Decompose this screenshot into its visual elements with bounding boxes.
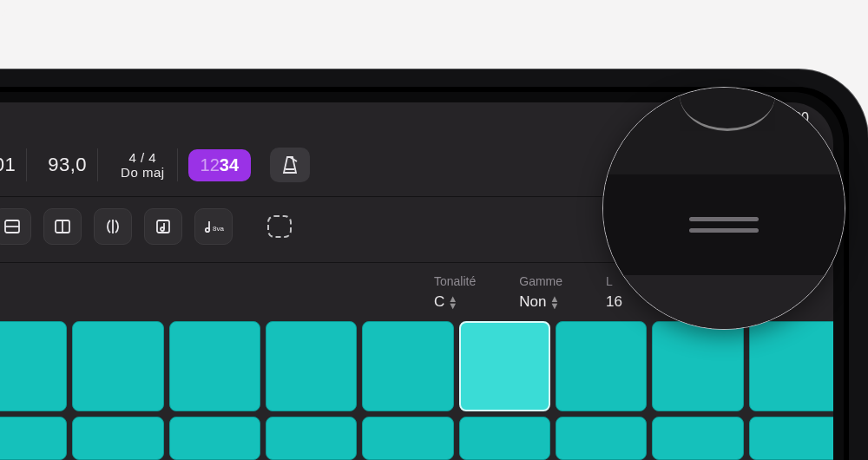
metronome-icon xyxy=(279,154,300,175)
key-display: Do maj xyxy=(121,165,165,180)
count-bright: 34 xyxy=(220,155,239,175)
note-button[interactable] xyxy=(144,208,182,245)
stepper-icon: ▲▼ xyxy=(448,295,457,309)
pad[interactable] xyxy=(749,417,833,460)
octave-button[interactable]: 8va xyxy=(194,208,233,245)
pad[interactable] xyxy=(459,417,550,460)
pad-grid xyxy=(0,321,833,460)
pad[interactable] xyxy=(749,321,833,411)
tonality-picker[interactable]: Tonalité C ▲▼ xyxy=(434,274,476,311)
pad[interactable] xyxy=(362,321,453,411)
split-button[interactable] xyxy=(94,208,132,245)
key-timesig[interactable]: 4 / 4 Do maj xyxy=(108,148,178,182)
pad-row xyxy=(0,321,833,411)
pad[interactable] xyxy=(0,417,67,460)
device-corner-arc-icon xyxy=(680,88,775,131)
pad[interactable] xyxy=(169,417,260,460)
scale-picker[interactable]: Gamme Non ▲▼ xyxy=(519,274,562,311)
octave-icon: 8va xyxy=(202,218,225,235)
pad[interactable] xyxy=(652,417,743,460)
selection-icon xyxy=(267,215,292,238)
metronome-button[interactable] xyxy=(270,148,310,182)
scale-value: Non xyxy=(519,293,546,311)
layout-rows-icon xyxy=(3,219,21,234)
layout-value: 16 xyxy=(606,293,622,311)
time-signature: 4 / 4 xyxy=(128,150,156,165)
note-icon xyxy=(155,218,172,235)
pad-row xyxy=(0,417,833,460)
pad[interactable] xyxy=(72,321,163,411)
tempo-display[interactable]: 93,0 xyxy=(37,148,98,181)
pad[interactable] xyxy=(0,321,67,411)
count-dim: 12 xyxy=(201,155,220,175)
pad[interactable] xyxy=(362,417,453,460)
pad[interactable] xyxy=(556,321,647,411)
selection-button[interactable] xyxy=(260,208,299,245)
drag-handle-icon[interactable] xyxy=(689,217,759,233)
layout-label: L xyxy=(606,274,622,288)
transport-bar: 001 93,0 4 / 4 Do maj 1234 xyxy=(0,148,310,182)
layout-columns-icon xyxy=(54,219,71,234)
pad[interactable] xyxy=(169,321,260,411)
pad-highlight[interactable] xyxy=(459,321,550,411)
position-display[interactable]: 001 xyxy=(0,148,27,181)
pad[interactable] xyxy=(266,321,357,411)
tonality-label: Tonalité xyxy=(434,274,476,288)
split-icon xyxy=(104,218,122,235)
layout-columns-button[interactable] xyxy=(43,208,82,245)
pad[interactable] xyxy=(72,417,163,460)
svg-text:8va: 8va xyxy=(213,225,224,233)
callout-magnifier xyxy=(602,87,845,330)
magnifier-middle-region xyxy=(603,174,845,275)
view-toolbar: 8va xyxy=(0,208,299,245)
pad[interactable] xyxy=(266,417,357,460)
layout-picker[interactable]: L 16 xyxy=(606,274,622,311)
tonality-value: C xyxy=(434,293,444,311)
pad[interactable] xyxy=(556,417,647,460)
scale-label: Gamme xyxy=(519,274,562,288)
pad[interactable] xyxy=(652,321,743,411)
stepper-icon: ▲▼ xyxy=(549,295,559,309)
layout-rows-button[interactable] xyxy=(0,208,31,245)
count-in-badge[interactable]: 1234 xyxy=(188,149,252,181)
